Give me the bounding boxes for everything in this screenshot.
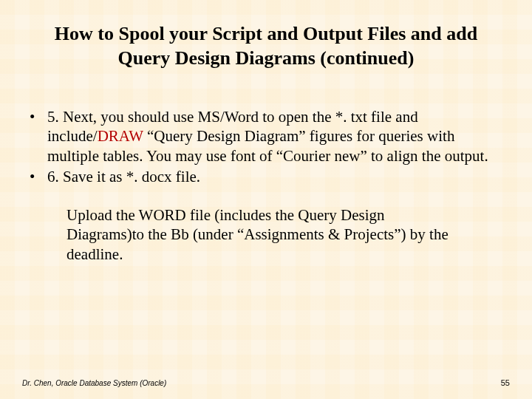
bullet-6-text: 6. Save it as *. docx file. [47,168,200,185]
bullet-item-5: 5. Next, you should use MS/Word to open … [22,107,510,166]
bullet-item-6: 6. Save it as *. docx file. [22,167,510,186]
slide-number: 55 [501,378,510,387]
footer-left: Dr. Chen, Oracle Database System (Oracle… [22,379,166,387]
slide-title: How to Spool your Script and Output File… [44,22,488,70]
slide-body: 5. Next, you should use MS/Word to open … [22,107,510,264]
bullet-list: 5. Next, you should use MS/Word to open … [22,107,510,186]
bullet-5-draw-word: DRAW [98,127,143,145]
upload-note: Upload the WORD file (includes the Query… [66,205,451,264]
slide: How to Spool your Script and Output File… [0,0,532,399]
